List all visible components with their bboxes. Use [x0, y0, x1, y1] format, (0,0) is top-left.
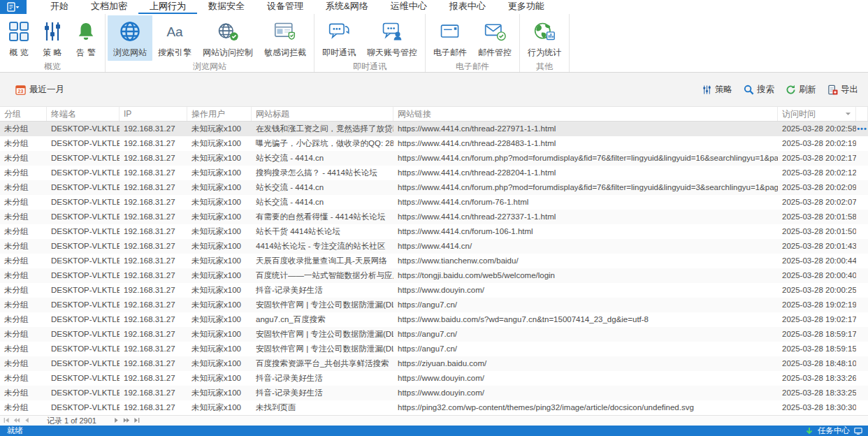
- tab-系统&网络[interactable]: 系统&网络: [314, 0, 379, 14]
- cell-6: 2025-03-28 20:02:12: [778, 166, 856, 180]
- cell-1: DESKTOP-VLKTLE1: [47, 400, 120, 415]
- table-row[interactable]: 未分组DESKTOP-VLKTLE1192.168.31.27未知玩家x100抖…: [0, 283, 868, 298]
- task-center-label: 任务中心: [818, 426, 850, 436]
- cell-0: 未分组: [0, 268, 47, 283]
- cell-0: 未分组: [0, 136, 47, 151]
- app-menu-button[interactable]: [0, 0, 27, 14]
- cell-5: https://angu7.cn/: [393, 298, 778, 312]
- table-row[interactable]: 未分组DESKTOP-VLKTLE1192.168.31.27未知玩家x100安…: [0, 298, 868, 312]
- cell-0: 未分组: [0, 400, 47, 415]
- cell-5: https://www.4414.cn/thread-227337-1-1.ht…: [393, 210, 778, 224]
- date-range-filter[interactable]: 23 最近一月: [15, 84, 64, 96]
- table-row[interactable]: 未分组DESKTOP-VLKTLE1192.168.31.27未知玩家x100站…: [0, 180, 868, 195]
- cell-2: 192.168.31.27: [120, 342, 187, 356]
- table-row[interactable]: 未分组DESKTOP-VLKTLE1192.168.31.27未知玩家x100有…: [0, 210, 868, 224]
- cell-3: 未知玩家x100: [187, 386, 252, 400]
- cell-1: DESKTOP-VLKTLE1: [47, 386, 120, 400]
- first-page-icon[interactable]: [3, 416, 10, 425]
- cell-3: 未知玩家x100: [187, 195, 252, 210]
- ribbon-group: 电子邮件邮件管控电子邮件: [426, 14, 520, 72]
- tab-运维中心[interactable]: 运维中心: [379, 0, 438, 14]
- table-row[interactable]: 未分组DESKTOP-VLKTLE1192.168.31.27未知玩家x100百…: [0, 268, 868, 283]
- table-row[interactable]: 未分组DESKTOP-VLKTLE1192.168.31.27未知玩家x100抖…: [0, 371, 868, 386]
- ribbon-group-label: 浏览网站: [108, 61, 312, 75]
- cell-4: 安固软件官网 | 专注公司数据防泄漏(DLP), ...: [252, 327, 393, 342]
- table-row[interactable]: 未分组DESKTOP-VLKTLE1192.168.31.27未知玩家x100未…: [0, 400, 868, 415]
- table-row[interactable]: 未分组DESKTOP-VLKTLE1192.168.31.27未知玩家x1004…: [0, 239, 868, 254]
- column-header-3[interactable]: 操作用户: [187, 107, 252, 121]
- tab-更多功能[interactable]: 更多功能: [497, 0, 556, 14]
- table-row[interactable]: 未分组DESKTOP-VLKTLE1192.168.31.27未知玩家x100搜…: [0, 166, 868, 180]
- row-menu-cell: [856, 386, 868, 400]
- ribbon-item-search-engine[interactable]: Aa搜索引擎: [152, 15, 197, 61]
- column-header-5[interactable]: 网站链接: [393, 107, 778, 121]
- cell-4: 搜狗搜录怎么搞？ - 4414站长论坛: [252, 166, 393, 180]
- ribbon-item-instant-messaging[interactable]: 即时通讯: [317, 15, 361, 61]
- table-row[interactable]: 未分组DESKTOP-VLKTLE1192.168.31.27未知玩家x100站…: [0, 224, 868, 239]
- cell-1: DESKTOP-VLKTLE1: [47, 239, 120, 254]
- table-row[interactable]: 未分组DESKTOP-VLKTLE1192.168.31.27未知玩家x100曝…: [0, 136, 868, 151]
- policy-action[interactable]: 策略: [702, 84, 732, 96]
- cell-3: 未知玩家x100: [187, 283, 252, 298]
- download-arrow-icon: [805, 427, 813, 435]
- tab-开始[interactable]: 开始: [39, 0, 80, 14]
- ribbon-item-policy[interactable]: 策 略: [36, 15, 69, 61]
- ribbon-item-label: 电子邮件: [433, 47, 467, 59]
- ribbon-item-website-access-control[interactable]: 网站访问控制: [197, 15, 259, 61]
- row-menu-cell: [856, 400, 868, 415]
- cell-3: 未知玩家x100: [187, 312, 252, 327]
- export-action[interactable]: 导出: [827, 84, 858, 96]
- ribbon-item-alert[interactable]: 告 警: [69, 15, 103, 61]
- ribbon-item-email[interactable]: 电子邮件: [428, 15, 472, 61]
- column-header-6[interactable]: 访问时间: [778, 107, 856, 121]
- ribbon-item-behavior-statistics[interactable]: 行为统计: [522, 15, 567, 61]
- column-header-1[interactable]: 终端名: [47, 107, 120, 121]
- task-center-button[interactable]: 任务中心: [805, 426, 862, 436]
- ribbon-item-sensitive-word-block[interactable]: 敏感词拦截: [259, 15, 312, 61]
- ribbon-item-overview[interactable]: 概 览: [2, 15, 36, 61]
- cell-2: 192.168.31.27: [120, 254, 187, 268]
- tab-设备管理[interactable]: 设备管理: [256, 0, 314, 14]
- last-page-icon[interactable]: [133, 416, 140, 425]
- column-header-2[interactable]: IP: [120, 107, 187, 121]
- cell-5: https://www.4414.cn/forum-106-1.html: [393, 224, 778, 239]
- cell-2: 192.168.31.27: [120, 122, 187, 136]
- tab-文档加密[interactable]: 文档加密: [80, 0, 138, 14]
- table-row[interactable]: 未分组DESKTOP-VLKTLE1192.168.31.27未知玩家x100在…: [0, 122, 868, 136]
- cell-4: 抖音-记录美好生活: [252, 283, 393, 298]
- table-row[interactable]: 未分组DESKTOP-VLKTLE1192.168.31.27未知玩家x100天…: [0, 254, 868, 268]
- cell-6: 2025-03-28 20:02:09: [778, 180, 856, 195]
- cell-6: 2025-03-28 18:59:17: [778, 327, 856, 342]
- row-menu-cell: [856, 356, 868, 371]
- table-row[interactable]: 未分组DESKTOP-VLKTLE1192.168.31.27未知玩家x100a…: [0, 312, 868, 327]
- table-row[interactable]: 未分组DESKTOP-VLKTLE1192.168.31.27未知玩家x100百…: [0, 356, 868, 371]
- prev-icon[interactable]: [24, 416, 31, 425]
- table-row[interactable]: 未分组DESKTOP-VLKTLE1192.168.31.27未知玩家x100安…: [0, 342, 868, 356]
- table-row[interactable]: 未分组DESKTOP-VLKTLE1192.168.31.27未知玩家x100站…: [0, 151, 868, 166]
- ribbon-item-email-control[interactable]: 邮件管控: [472, 15, 517, 61]
- cell-4: 天辰百度收录批量查询工具-天辰网络: [252, 254, 393, 268]
- refresh-action[interactable]: 刷新: [786, 84, 816, 96]
- next-icon[interactable]: [113, 416, 120, 425]
- tab-上网行为[interactable]: 上网行为: [138, 0, 197, 14]
- cell-3: 未知玩家x100: [187, 136, 252, 151]
- row-menu-cell: [856, 312, 868, 327]
- ribbon-item-label: 浏览网站: [113, 47, 147, 59]
- next-fast-icon[interactable]: [123, 416, 130, 425]
- table-row[interactable]: 未分组DESKTOP-VLKTLE1192.168.31.27未知玩家x100安…: [0, 327, 868, 342]
- prev-fast-icon[interactable]: [13, 416, 20, 425]
- table-row[interactable]: 未分组DESKTOP-VLKTLE1192.168.31.27未知玩家x100站…: [0, 195, 868, 210]
- table-row[interactable]: 未分组DESKTOP-VLKTLE1192.168.31.27未知玩家x100抖…: [0, 386, 868, 400]
- cell-6: 2025-03-28 20:00:40: [778, 268, 856, 283]
- ribbon-item-chat-account-control[interactable]: 聊天账号管控: [361, 15, 423, 61]
- ribbon-item-browse-website[interactable]: 浏览网站: [108, 15, 152, 61]
- tab-数据安全[interactable]: 数据安全: [197, 0, 256, 14]
- tab-报表中心[interactable]: 报表中心: [438, 0, 497, 14]
- column-header-4[interactable]: 网站标题: [252, 107, 393, 121]
- cell-1: DESKTOP-VLKTLE1: [47, 283, 120, 298]
- cell-5: https://angu7.cn/: [393, 342, 778, 356]
- column-header-menu: [856, 107, 868, 121]
- column-header-0[interactable]: 分组: [0, 107, 47, 121]
- row-menu-dots[interactable]: •••: [856, 122, 868, 136]
- search-action[interactable]: 搜索: [744, 84, 774, 96]
